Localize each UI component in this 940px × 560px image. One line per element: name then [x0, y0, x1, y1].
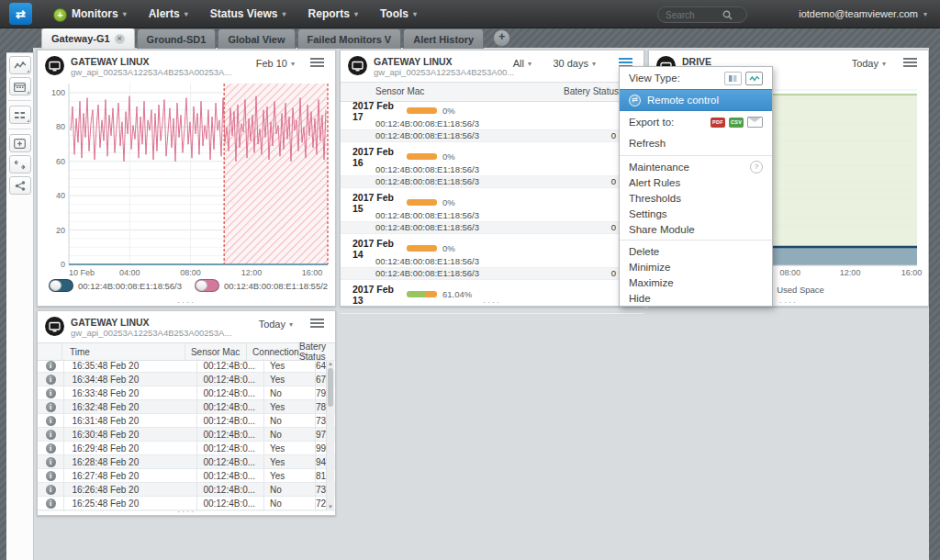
nav-menu-tools[interactable]: Tools▾: [380, 7, 417, 20]
event-row[interactable]: i16:28:48 Feb 2000:12:4B:0...Yes94: [38, 455, 335, 469]
info-icon[interactable]: i: [46, 471, 56, 481]
export-pdf-icon[interactable]: PDF: [711, 118, 725, 128]
sensor-row[interactable]: 00:12:4B:00:08:E1:18:56/3: [341, 255, 643, 268]
event-row[interactable]: i16:27:48 Feb 2000:12:4B:0...Yes81: [38, 469, 335, 483]
tab-close-icon[interactable]: ×: [115, 34, 125, 44]
legend-toggle-118552[interactable]: 00:12:4B:00:08:E1:18:55/2: [195, 279, 328, 292]
nav-menu-monitors[interactable]: Monitors▾: [72, 7, 127, 20]
info-icon[interactable]: i: [46, 443, 56, 454]
info-icon[interactable]: i: [46, 361, 56, 371]
sensor-row[interactable]: 00:12:4B:00:08:E1:18:56/30: [341, 176, 643, 189]
period-dropdown[interactable]: Today▾: [852, 58, 886, 69]
sensor-row[interactable]: 00:12:4B:00:08:E1:18:56/3: [341, 118, 643, 130]
tab-global-view[interactable]: Global View: [218, 28, 295, 49]
tab-ground-sd1[interactable]: Ground-SD1: [137, 28, 217, 49]
menu-item-settings[interactable]: Settings: [620, 206, 772, 221]
event-row[interactable]: i16:35:48 Feb 2000:12:4B:0...Yes64: [38, 359, 335, 373]
sensor-mac-value: 00:12:4B:00:08:E1:18:56/3: [375, 176, 581, 186]
export-csv-icon[interactable]: CSV: [729, 118, 744, 128]
nav-menu-status-views[interactable]: Status Views▾: [210, 7, 286, 20]
account-email: iotdemo@teamviewer.com: [799, 8, 918, 19]
period-dropdown[interactable]: 30 days▾: [553, 58, 596, 69]
add-tab-button[interactable]: +: [493, 29, 510, 47]
sensor-mac-value: 00:12:4B:00:08:E1:18:56/3: [375, 268, 581, 278]
add-widget-icon[interactable]: [9, 134, 31, 152]
sensor-row[interactable]: 00:12:4B:00:08:E1:18:56/30: [341, 222, 643, 235]
nav-menu-alerts[interactable]: Alerts▾: [149, 7, 188, 20]
series-toggle-icon[interactable]: [49, 279, 73, 292]
info-icon[interactable]: i: [46, 416, 56, 426]
search-icon[interactable]: [722, 10, 733, 20]
layout-icon[interactable]: [9, 106, 31, 124]
event-sensor-mac: 00:12:4B:0...: [197, 400, 264, 413]
info-icon[interactable]: i: [46, 485, 56, 495]
legend-toggle-118563[interactable]: 00:12:4B:00:08:E1:18:56/3: [49, 279, 182, 292]
flyout-corner-icon: [27, 70, 29, 73]
period-dropdown[interactable]: Today▾: [259, 319, 293, 330]
event-row[interactable]: i16:30:48 Feb 2000:12:4B:0...No97: [38, 428, 335, 442]
add-monitor-icon[interactable]: +: [53, 8, 67, 22]
export-email-icon[interactable]: [747, 117, 763, 128]
menu-item-refresh[interactable]: Refresh: [620, 133, 772, 152]
menu-item-delete[interactable]: Delete: [620, 243, 772, 259]
sensor-row[interactable]: 00:12:4B:00:08:E1:18:56/3: [341, 209, 643, 222]
filter-dropdown[interactable]: All▾: [513, 58, 532, 69]
sensor-row[interactable]: 00:12:4B:00:08:E1:18:56/3: [341, 163, 643, 176]
svg-text:16:00: 16:00: [901, 268, 923, 276]
line-chart-icon[interactable]: [9, 56, 31, 74]
event-row[interactable]: i16:32:48 Feb 2000:12:4B:0...Yes78: [38, 400, 335, 414]
chart-view-icon[interactable]: [745, 72, 763, 85]
nav-menu-reports[interactable]: Reports▾: [308, 7, 358, 20]
info-icon[interactable]: i: [46, 402, 56, 412]
table-body: i16:35:48 Feb 2000:12:4B:0...Yes64i16:34…: [38, 359, 335, 511]
search-input[interactable]: [664, 9, 722, 21]
menu-item-alert-rules[interactable]: Alert Rules: [620, 174, 772, 190]
menu-item-maximize[interactable]: Maximize: [620, 274, 772, 290]
search-box[interactable]: [657, 6, 747, 23]
widget-drag-handle[interactable]: ····: [483, 299, 501, 306]
sensor-row[interactable]: 00:12:4B:00:08:E1:18:56/30: [341, 130, 643, 143]
table-scrollbar[interactable]: ▲ ▼: [326, 360, 334, 510]
event-row[interactable]: i16:33:48 Feb 2000:12:4B:0...No79: [38, 386, 335, 400]
event-row[interactable]: i16:26:48 Feb 2000:12:4B:0...No73: [38, 483, 335, 497]
table-view-icon[interactable]: [724, 72, 742, 85]
tab-alert-history[interactable]: Alert History: [403, 28, 484, 49]
fullscreen-icon[interactable]: [9, 155, 31, 174]
menu-item-minimize[interactable]: Minimize: [620, 259, 772, 274]
menu-item-share-module[interactable]: Share Module: [620, 221, 772, 237]
event-time: 16:35:48 Feb 20: [64, 359, 197, 372]
calendar-icon[interactable]: [9, 77, 31, 95]
tab-failed-monitors-v[interactable]: Failed Monitors V: [297, 28, 402, 49]
scrollbar-thumb[interactable]: [328, 368, 333, 407]
menu-item-remote-control[interactable]: ⇄ Remote control: [620, 89, 772, 111]
sensor-row[interactable]: 00:12:4B:00:08:E1:18:56/30: [341, 268, 643, 281]
info-icon[interactable]: i: [46, 375, 56, 385]
widget-menu-icon[interactable]: [310, 58, 324, 69]
event-row[interactable]: i16:34:48 Feb 2000:12:4B:0...Yes67: [38, 373, 335, 386]
widget-menu-icon[interactable]: [903, 58, 917, 69]
info-icon[interactable]: i: [46, 457, 56, 467]
series-toggle-icon[interactable]: [195, 279, 219, 292]
teamviewer-logo[interactable]: ⇄: [9, 3, 32, 25]
menu-item-hide[interactable]: Hide: [620, 290, 772, 306]
info-icon[interactable]: i: [46, 388, 56, 398]
widget-menu-icon[interactable]: [310, 319, 324, 330]
tab-gateway-g1[interactable]: Gateway-G1×: [41, 28, 135, 49]
widget-drag-handle[interactable]: ····: [177, 299, 196, 306]
scroll-down-icon[interactable]: ▼: [328, 504, 333, 510]
svg-text:60: 60: [56, 157, 65, 166]
menu-item-maintenance[interactable]: Maintenance?: [620, 159, 772, 174]
scroll-up-icon[interactable]: ▲: [328, 361, 333, 366]
event-row[interactable]: i16:31:48 Feb 2000:12:4B:0...No73: [38, 414, 335, 428]
account-menu[interactable]: iotdemo@teamviewer.com ▾: [799, 0, 927, 28]
menu-item-thresholds[interactable]: Thresholds: [620, 190, 772, 206]
period-dropdown[interactable]: Feb 10▾: [256, 58, 295, 69]
remote-control-icon: ⇄: [629, 95, 641, 106]
help-icon[interactable]: ?: [750, 161, 763, 174]
info-icon[interactable]: i: [46, 498, 56, 509]
info-icon[interactable]: i: [46, 430, 56, 440]
event-row[interactable]: i16:29:48 Feb 2000:12:4B:0...Yes99: [38, 442, 335, 455]
widget-drag-handle[interactable]: ····: [779, 299, 798, 306]
share-icon[interactable]: [9, 176, 31, 195]
widget-drag-handle[interactable]: ····: [177, 509, 196, 515]
